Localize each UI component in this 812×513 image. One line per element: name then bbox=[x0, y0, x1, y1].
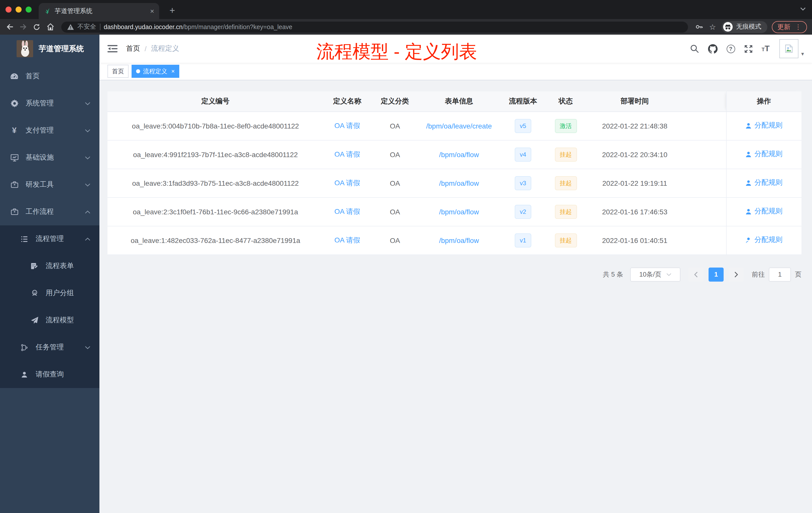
dashboard-icon bbox=[10, 72, 19, 81]
fullscreen-icon[interactable] bbox=[744, 44, 753, 53]
security-label[interactable]: 不安全 bbox=[77, 23, 96, 31]
status-badge: 挂起 bbox=[555, 176, 577, 190]
assign-rule-button[interactable]: 分配规则 bbox=[746, 178, 783, 187]
assign-rule-button[interactable]: 分配规则 bbox=[746, 121, 783, 130]
user-menu[interactable]: ▾ bbox=[780, 39, 804, 58]
font-size-icon[interactable]: TT bbox=[761, 44, 770, 53]
github-icon[interactable] bbox=[708, 44, 717, 54]
tab-close-icon[interactable]: × bbox=[150, 7, 154, 14]
form-link[interactable]: /bpm/oa/flow bbox=[439, 208, 479, 216]
tag-close-icon[interactable]: × bbox=[171, 68, 175, 75]
url-text[interactable]: dashboard.yudao.iocoder.cn/bpm/manager/d… bbox=[104, 23, 682, 30]
chevron-left-icon bbox=[694, 271, 698, 277]
window-controls[interactable] bbox=[5, 6, 32, 12]
assign-rule-button[interactable]: 分配规则 bbox=[746, 236, 783, 245]
status-badge: 挂起 bbox=[555, 205, 577, 219]
sidebar-logo[interactable]: 芋道管理系统 bbox=[0, 35, 99, 63]
sidebar-item-infrastructure[interactable]: 基础设施 bbox=[0, 144, 99, 171]
version-badge: v4 bbox=[515, 147, 531, 161]
tag-home[interactable]: 首页 bbox=[108, 65, 128, 78]
window-minimize-button[interactable] bbox=[16, 6, 22, 12]
sidebar-item-process-manage[interactable]: 流程管理 bbox=[0, 225, 99, 252]
definition-name-link[interactable]: OA 请假 bbox=[335, 178, 360, 186]
form-link[interactable]: /bpm/oa/leave/create bbox=[426, 122, 492, 130]
tag-process-definition[interactable]: 流程定义 × bbox=[132, 65, 179, 78]
definition-name-link[interactable]: OA 请假 bbox=[335, 121, 360, 129]
cell-category: OA bbox=[371, 169, 419, 197]
sidebar-item-dev-tools[interactable]: 研发工具 bbox=[0, 171, 99, 198]
version-badge: v2 bbox=[515, 205, 531, 219]
sidebar-item-label: 流程表单 bbox=[46, 262, 74, 271]
cell-deploy-time: 2022-01-22 20:34:10 bbox=[584, 140, 685, 169]
window-close-button[interactable] bbox=[5, 6, 11, 12]
cell-definition-id: oa_leave:1:482ec033-762a-11ec-8477-a2380… bbox=[108, 226, 323, 254]
tag-label: 首页 bbox=[112, 67, 124, 76]
back-icon[interactable] bbox=[5, 22, 14, 31]
status-badge: 挂起 bbox=[555, 233, 577, 247]
assign-rule-button[interactable]: 分配规则 bbox=[746, 207, 783, 216]
current-page-button[interactable]: 1 bbox=[708, 267, 724, 281]
sidebar-menu: 首页 系统管理 ¥ 支付管理 bbox=[0, 63, 99, 388]
form-link[interactable]: /bpm/oa/flow bbox=[439, 179, 479, 187]
cell-deploy-time: 2022-01-16 17:46:53 bbox=[584, 197, 685, 226]
browser-menu-dots-icon[interactable]: ⋮ bbox=[795, 23, 802, 31]
page-size-select[interactable]: 10条/页 bbox=[630, 267, 680, 281]
definition-name-link[interactable]: OA 请假 bbox=[335, 207, 360, 215]
address-bar[interactable]: 不安全 dashboard.yudao.iocoder.cn/bpm/manag… bbox=[61, 21, 688, 32]
home-icon[interactable] bbox=[46, 22, 55, 31]
col-header-process-version: 流程版本 bbox=[499, 91, 547, 112]
url-path: /bpm/manager/definition?key=oa_leave bbox=[182, 23, 292, 30]
form-link[interactable]: /bpm/oa/flow bbox=[439, 236, 479, 244]
form-link[interactable]: /bpm/oa/flow bbox=[439, 150, 479, 158]
sidebar-item-label: 请假查询 bbox=[36, 370, 64, 379]
assign-rule-button[interactable]: 分配规则 bbox=[746, 150, 783, 159]
tag-label: 流程定义 bbox=[143, 67, 167, 76]
bookmark-star-icon[interactable]: ☆ bbox=[708, 22, 717, 31]
chevron-up-icon bbox=[85, 210, 90, 214]
sidebar-item-process-form[interactable]: 流程表单 bbox=[0, 252, 99, 280]
definition-name-link[interactable]: OA 请假 bbox=[335, 150, 360, 158]
browser-tab[interactable]: 芋道管理系统 × bbox=[39, 3, 159, 19]
tab-search-chevron-icon[interactable] bbox=[800, 7, 806, 11]
sidebar-item-home[interactable]: 首页 bbox=[0, 63, 99, 90]
sidebar-item-task-manage[interactable]: 任务管理 bbox=[0, 334, 99, 361]
jump-page-input[interactable] bbox=[769, 267, 791, 281]
logo-rabbit-image bbox=[17, 40, 33, 57]
chevron-down-icon bbox=[85, 156, 90, 159]
cell-category: OA bbox=[371, 226, 419, 254]
page-annotation: 流程模型 - 定义列表 bbox=[316, 40, 477, 64]
sidebar-item-process-model[interactable]: 流程模型 bbox=[0, 307, 99, 334]
table-row: oa_leave:3:1fad3d93-7b75-11ec-a3c8-acde4… bbox=[108, 169, 802, 197]
update-label: 更新 bbox=[777, 22, 790, 31]
breadcrumb-home[interactable]: 首页 bbox=[126, 44, 140, 53]
new-tab-button[interactable]: + bbox=[166, 4, 179, 17]
incognito-badge[interactable]: 无痕模式 bbox=[722, 21, 767, 33]
sidebar-item-payment[interactable]: ¥ 支付管理 bbox=[0, 117, 99, 144]
definition-name-link[interactable]: OA 请假 bbox=[335, 236, 360, 244]
reload-icon[interactable] bbox=[32, 22, 41, 31]
password-key-icon[interactable] bbox=[695, 22, 703, 31]
window-zoom-button[interactable] bbox=[26, 6, 32, 12]
sidebar-item-label: 支付管理 bbox=[26, 126, 54, 135]
search-icon[interactable] bbox=[690, 44, 699, 53]
browser-update-button[interactable]: 更新 ⋮ bbox=[772, 21, 807, 33]
prev-page-button[interactable] bbox=[689, 267, 703, 281]
security-warning-icon[interactable] bbox=[67, 24, 74, 30]
sidebar-item-label: 流程管理 bbox=[36, 234, 64, 243]
help-icon[interactable]: ? bbox=[726, 44, 735, 53]
sidebar-item-system[interactable]: 系统管理 bbox=[0, 90, 99, 117]
table-row: oa_leave:4:991f2193-7b7f-11ec-a3c8-acde4… bbox=[108, 140, 802, 169]
cell-category: OA bbox=[371, 197, 419, 226]
sidebar-item-label: 流程模型 bbox=[46, 316, 74, 325]
next-page-button[interactable] bbox=[729, 267, 744, 281]
url-divider bbox=[100, 24, 100, 30]
avatar[interactable] bbox=[780, 39, 799, 58]
collapse-sidebar-icon[interactable] bbox=[108, 45, 117, 53]
sidebar-item-user-group[interactable]: 用户分组 bbox=[0, 280, 99, 307]
sidebar-item-workflow[interactable]: 工作流程 bbox=[0, 198, 99, 225]
sidebar-item-leave-query[interactable]: 请假查询 bbox=[0, 361, 99, 388]
browser-tabstrip: 芋道管理系统 × + bbox=[0, 0, 812, 19]
forward-icon[interactable] bbox=[19, 22, 28, 31]
form-edit-icon bbox=[30, 262, 39, 270]
list-icon bbox=[20, 235, 29, 243]
